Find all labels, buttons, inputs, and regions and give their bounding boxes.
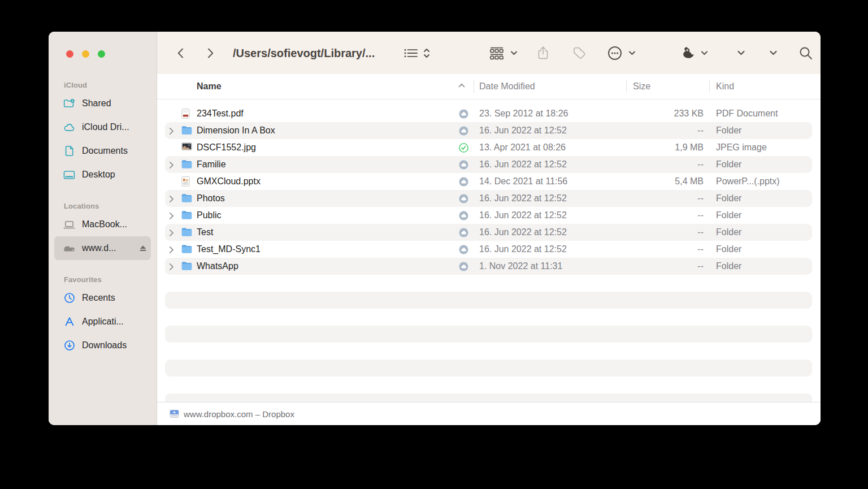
back-button[interactable] bbox=[175, 47, 186, 59]
ellipsis-circle-icon bbox=[606, 45, 623, 62]
toolbar: /Users/sofievogt/Library/... bbox=[157, 32, 821, 75]
file-size: -- bbox=[581, 156, 704, 173]
sidebar-sections: iCloudSharediCloud Dri...DocumentsDeskto… bbox=[49, 32, 157, 357]
laptop-icon bbox=[63, 219, 75, 231]
share-button[interactable] bbox=[536, 45, 550, 61]
file-size: -- bbox=[581, 190, 704, 207]
date-modified: 16. Jun 2022 at 12:52 bbox=[479, 190, 567, 207]
eject-icon[interactable] bbox=[138, 244, 147, 252]
file-name[interactable]: DSCF1552.jpg bbox=[197, 139, 256, 156]
folder-icon bbox=[181, 126, 192, 135]
sort-direction-icon bbox=[423, 47, 431, 59]
column-header-kind[interactable]: Kind bbox=[716, 74, 734, 99]
disclosure-chevron-icon[interactable] bbox=[169, 263, 174, 271]
toolbar-extension-button-1[interactable] bbox=[737, 50, 745, 57]
sidebar-item-desktop[interactable]: Desktop bbox=[54, 163, 151, 187]
file-name[interactable]: Public bbox=[197, 207, 222, 224]
file-name[interactable]: GMXCloud.pptx bbox=[197, 173, 261, 190]
sidebar-item-www-d[interactable]: www.d... bbox=[54, 236, 151, 260]
cloud-only-icon bbox=[459, 228, 468, 237]
file-row[interactable]: Dimension In A Box16. Jun 2022 at 12:52-… bbox=[157, 122, 821, 139]
column-header-date-modified[interactable]: Date Modified bbox=[479, 74, 535, 99]
file-row[interactable]: Public16. Jun 2022 at 12:52--Folder bbox=[157, 207, 821, 224]
file-name[interactable]: WhatsApp bbox=[197, 258, 238, 275]
column-header-size[interactable]: Size bbox=[633, 74, 650, 99]
folder-icon bbox=[181, 193, 192, 202]
file-kind: JPEG image bbox=[716, 139, 767, 156]
file-kind: Folder bbox=[716, 224, 741, 241]
sidebar-section-icloud: iCloudSharediCloud Dri...DocumentsDeskto… bbox=[49, 79, 157, 187]
file-row[interactable]: Test16. Jun 2022 at 12:52--Folder bbox=[157, 224, 821, 241]
app-store-icon bbox=[63, 316, 75, 328]
sidebar-item-label: Downloads bbox=[82, 340, 151, 350]
file-row[interactable]: GMXCloud.pptx14. Dec 2021 at 11:565,4 MB… bbox=[157, 173, 821, 190]
row-stripe bbox=[165, 292, 812, 309]
group-by-button[interactable] bbox=[488, 46, 518, 60]
file-kind: Folder bbox=[716, 241, 741, 258]
file-row[interactable]: Test_MD-Sync116. Jun 2022 at 12:52--Fold… bbox=[157, 241, 821, 258]
download-circle-icon bbox=[63, 340, 75, 352]
disclosure-chevron-icon[interactable] bbox=[169, 229, 174, 237]
mountain-duck-button[interactable] bbox=[680, 45, 708, 61]
sidebar-section-title: iCloud bbox=[49, 79, 157, 92]
column-header-name[interactable]: Name bbox=[197, 74, 222, 99]
chevron-down-icon bbox=[628, 50, 636, 56]
chevron-down-icon bbox=[769, 50, 778, 57]
mountain-duck-icon bbox=[680, 45, 696, 61]
file-name[interactable]: 234Test.pdf bbox=[197, 105, 244, 122]
date-modified: 16. Jun 2022 at 12:52 bbox=[479, 241, 567, 258]
disclosure-chevron-icon[interactable] bbox=[169, 161, 174, 169]
minimize-button[interactable] bbox=[82, 50, 89, 58]
more-actions-button[interactable] bbox=[606, 45, 636, 62]
file-size: -- bbox=[581, 241, 704, 258]
sidebar-item-downloads[interactable]: Downloads bbox=[54, 334, 151, 357]
file-row[interactable]: Photos16. Jun 2022 at 12:52--Folder bbox=[157, 190, 821, 207]
empty-row bbox=[157, 275, 821, 292]
file-name[interactable]: Familie bbox=[197, 156, 226, 173]
view-options-button[interactable] bbox=[403, 47, 431, 59]
sidebar-item-macbook[interactable]: MacBook... bbox=[54, 213, 151, 236]
file-kind: Folder bbox=[716, 190, 741, 207]
file-row[interactable]: 234Test.pdf23. Sep 2012 at 18:26233 KBPD… bbox=[157, 105, 821, 122]
search-button[interactable] bbox=[798, 45, 814, 61]
sidebar-item-shared[interactable]: Shared bbox=[54, 92, 151, 115]
column-divider[interactable] bbox=[626, 80, 627, 93]
column-divider[interactable] bbox=[709, 80, 710, 93]
sidebar-item-recents[interactable]: Recents bbox=[54, 286, 151, 310]
forward-button[interactable] bbox=[205, 47, 216, 59]
window-title-path: /Users/sofievogt/Library/... bbox=[233, 46, 375, 59]
chevron-right-icon bbox=[205, 47, 216, 59]
sidebar-item-icloud-dri[interactable]: iCloud Dri... bbox=[54, 115, 151, 139]
file-row[interactable]: Familie16. Jun 2022 at 12:52--Folder bbox=[157, 156, 821, 173]
tag-button[interactable] bbox=[571, 45, 587, 61]
disclosure-chevron-icon[interactable] bbox=[169, 246, 174, 254]
file-name[interactable]: Photos bbox=[197, 190, 225, 207]
chevron-left-icon bbox=[175, 47, 186, 59]
sidebar-item-label: Shared bbox=[82, 98, 151, 109]
file-size: 233 KB bbox=[581, 105, 704, 122]
cloud-only-icon bbox=[459, 160, 468, 170]
file-name[interactable]: Dimension In A Box bbox=[197, 122, 275, 139]
disclosure-chevron-icon[interactable] bbox=[169, 195, 174, 203]
date-modified: 16. Jun 2022 at 12:52 bbox=[479, 207, 567, 224]
sidebar-item-documents[interactable]: Documents bbox=[54, 139, 151, 163]
sidebar-item-applicati[interactable]: Applicati... bbox=[54, 310, 151, 334]
file-row[interactable]: WhatsApp1. Nov 2022 at 11:31--Folder bbox=[157, 258, 821, 275]
date-modified: 16. Jun 2022 at 12:52 bbox=[479, 156, 567, 173]
file-row[interactable]: DSCF1552.jpg13. Apr 2021 at 08:261,9 MBJ… bbox=[157, 139, 821, 156]
file-name[interactable]: Test_MD-Sync1 bbox=[197, 241, 261, 258]
sidebar: iCloudSharediCloud Dri...DocumentsDeskto… bbox=[49, 32, 157, 425]
sort-ascending-icon bbox=[458, 83, 466, 88]
disclosure-chevron-icon[interactable] bbox=[169, 212, 174, 220]
sidebar-item-label: MacBook... bbox=[82, 219, 151, 230]
cloud-only-icon bbox=[459, 194, 468, 204]
close-button[interactable] bbox=[66, 50, 73, 58]
zoom-button[interactable] bbox=[98, 50, 105, 58]
disclosure-chevron-icon[interactable] bbox=[169, 127, 174, 135]
row-stripe bbox=[165, 326, 812, 343]
date-modified: 16. Jun 2022 at 12:52 bbox=[479, 224, 567, 241]
column-divider[interactable] bbox=[474, 80, 474, 93]
mounted-volume-icon bbox=[170, 409, 179, 418]
toolbar-extension-button-2[interactable] bbox=[769, 50, 778, 57]
file-name[interactable]: Test bbox=[197, 224, 213, 241]
